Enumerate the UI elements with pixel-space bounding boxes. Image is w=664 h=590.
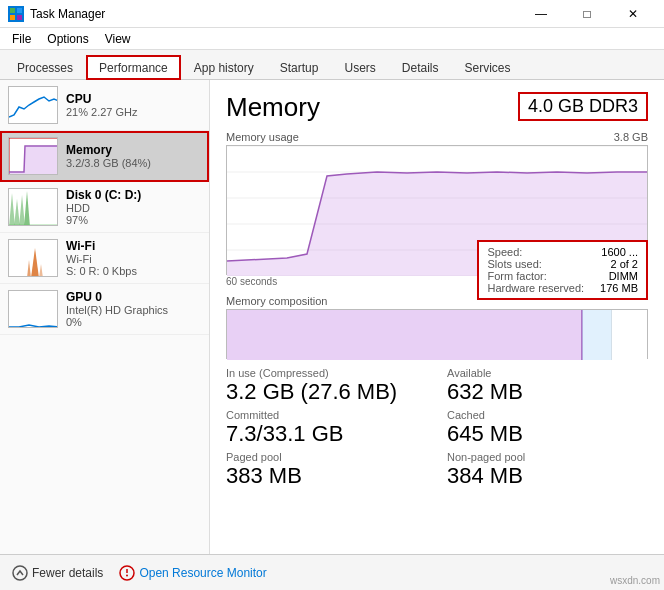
disk-subtitle1: HDD <box>66 202 141 214</box>
stat-inuse: In use (Compressed) 3.2 GB (27.6 MB) <box>226 367 427 405</box>
hw-value: 176 MB <box>600 282 638 294</box>
disk-info: Disk 0 (C: D:) HDD 97% <box>66 188 141 226</box>
titlebar-title: Task Manager <box>30 7 105 21</box>
stat-committed-value: 7.3/33.1 GB <box>226 421 427 447</box>
info-box: Speed: 1600 ... Slots used: 2 of 2 Form … <box>477 240 648 300</box>
usage-chart-label: Memory usage 3.8 GB <box>226 131 648 143</box>
gpu-info: GPU 0 Intel(R) HD Graphics 0% <box>66 290 168 328</box>
tabbar: Processes Performance App history Startu… <box>0 50 664 80</box>
stat-cached: Cached 645 MB <box>447 409 648 447</box>
info-row-form: Form factor: DIMM <box>487 270 638 282</box>
gpu-subtitle2: 0% <box>66 316 168 328</box>
taskmanager-icon <box>8 6 24 22</box>
stat-cached-label: Cached <box>447 409 648 421</box>
stat-nonpaged-value: 384 MB <box>447 463 648 489</box>
svg-rect-4 <box>9 87 58 124</box>
slots-label: Slots used: <box>487 258 541 270</box>
gpu-title: GPU 0 <box>66 290 168 304</box>
menubar: File Options View <box>0 28 664 50</box>
tab-users[interactable]: Users <box>331 55 388 80</box>
titlebar: Task Manager — □ ✕ <box>0 0 664 28</box>
svg-point-33 <box>13 566 27 580</box>
cpu-subtitle: 21% 2.27 GHz <box>66 106 138 118</box>
stats-grid: In use (Compressed) 3.2 GB (27.6 MB) Ava… <box>226 367 648 489</box>
stat-paged-label: Paged pool <box>226 451 427 463</box>
stat-inuse-label: In use (Compressed) <box>226 367 427 379</box>
resource-monitor-icon <box>119 565 135 581</box>
info-row-slots: Slots used: 2 of 2 <box>487 258 638 270</box>
main-area: CPU 21% 2.27 GHz Memory 3.2/3.8 GB (84%) <box>0 80 664 554</box>
tab-services[interactable]: Services <box>452 55 524 80</box>
cpu-info: CPU 21% 2.27 GHz <box>66 92 138 118</box>
memory-subtitle: 3.2/3.8 GB (84%) <box>66 157 151 169</box>
memory-mini-graph <box>8 137 58 175</box>
chevron-up-icon <box>12 565 28 581</box>
open-resource-monitor-link[interactable]: Open Resource Monitor <box>119 565 266 581</box>
disk-subtitle2: 97% <box>66 214 141 226</box>
maximize-button[interactable]: □ <box>564 0 610 28</box>
svg-rect-28 <box>227 310 582 360</box>
memory-title: Memory <box>66 143 151 157</box>
speed-value: 1600 ... <box>601 246 638 258</box>
titlebar-left: Task Manager <box>8 6 105 22</box>
watermark: wsxdn.com <box>610 575 660 586</box>
wifi-subtitle1: Wi-Fi <box>66 253 137 265</box>
close-button[interactable]: ✕ <box>610 0 656 28</box>
sidebar-item-disk[interactable]: Disk 0 (C: D:) HDD 97% <box>0 182 209 233</box>
menu-file[interactable]: File <box>4 30 39 48</box>
gpu-mini-graph <box>8 290 58 328</box>
stat-committed-label: Committed <box>226 409 427 421</box>
gpu-subtitle1: Intel(R) HD Graphics <box>66 304 168 316</box>
info-row-speed: Speed: 1600 ... <box>487 246 638 258</box>
slots-value: 2 of 2 <box>610 258 638 270</box>
svg-rect-2 <box>10 15 15 20</box>
stat-nonpaged: Non-paged pool 384 MB <box>447 451 648 489</box>
menu-view[interactable]: View <box>97 30 139 48</box>
tab-details[interactable]: Details <box>389 55 452 80</box>
cpu-mini-graph <box>8 86 58 124</box>
svg-rect-30 <box>582 310 612 360</box>
stat-paged-value: 383 MB <box>226 463 427 489</box>
stat-inuse-value: 3.2 GB (27.6 MB) <box>226 379 427 405</box>
tab-performance[interactable]: Performance <box>86 55 181 80</box>
info-row-hwreserved: Hardware reserved: 176 MB <box>487 282 638 294</box>
hw-label: Hardware reserved: <box>487 282 584 294</box>
memory-composition-chart <box>226 309 648 359</box>
minimize-button[interactable]: — <box>518 0 564 28</box>
sidebar-item-cpu[interactable]: CPU 21% 2.27 GHz <box>0 80 209 131</box>
tab-startup[interactable]: Startup <box>267 55 332 80</box>
composition-chart-section: Memory composition <box>226 295 648 359</box>
stat-committed: Committed 7.3/33.1 GB <box>226 409 427 447</box>
sidebar-item-memory[interactable]: Memory 3.2/3.8 GB (84%) <box>0 131 209 182</box>
tab-processes[interactable]: Processes <box>4 55 86 80</box>
disk-title: Disk 0 (C: D:) <box>66 188 141 202</box>
svg-rect-32 <box>612 310 647 360</box>
content-header: Memory 4.0 GB DDR3 <box>226 92 648 123</box>
stat-cached-value: 645 MB <box>447 421 648 447</box>
fewer-details-label: Fewer details <box>32 566 103 580</box>
svg-rect-1 <box>17 8 22 13</box>
memory-type-badge: 4.0 GB DDR3 <box>518 92 648 121</box>
wifi-mini-graph <box>8 239 58 277</box>
svg-rect-13 <box>9 224 58 226</box>
resource-monitor-label: Open Resource Monitor <box>139 566 266 580</box>
sidebar-item-gpu[interactable]: GPU 0 Intel(R) HD Graphics 0% <box>0 284 209 335</box>
svg-rect-0 <box>10 8 15 13</box>
stat-paged: Paged pool 383 MB <box>226 451 427 489</box>
svg-rect-18 <box>9 291 58 328</box>
titlebar-controls: — □ ✕ <box>518 0 656 28</box>
stat-available-label: Available <box>447 367 648 379</box>
stat-available-value: 632 MB <box>447 379 648 405</box>
wifi-info: Wi-Fi Wi-Fi S: 0 R: 0 Kbps <box>66 239 137 277</box>
wifi-title: Wi-Fi <box>66 239 137 253</box>
speed-label: Speed: <box>487 246 522 258</box>
wifi-subtitle2: S: 0 R: 0 Kbps <box>66 265 137 277</box>
sidebar-item-wifi[interactable]: Wi-Fi Wi-Fi S: 0 R: 0 Kbps <box>0 233 209 284</box>
svg-point-36 <box>126 574 128 576</box>
tab-apphistory[interactable]: App history <box>181 55 267 80</box>
fewer-details-button[interactable]: Fewer details <box>12 565 103 581</box>
menu-options[interactable]: Options <box>39 30 96 48</box>
sidebar: CPU 21% 2.27 GHz Memory 3.2/3.8 GB (84%) <box>0 80 210 554</box>
cpu-title: CPU <box>66 92 138 106</box>
memory-info: Memory 3.2/3.8 GB (84%) <box>66 143 151 169</box>
